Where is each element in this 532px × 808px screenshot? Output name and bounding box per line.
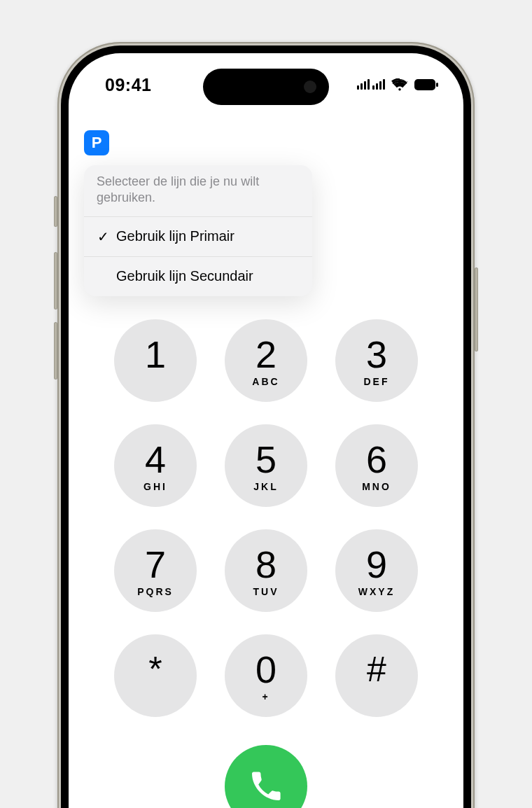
svg-rect-7 — [383, 79, 385, 90]
status-time: 09:41 — [105, 75, 151, 95]
call-button[interactable] — [225, 745, 307, 808]
line-option-primary[interactable]: ✓ Gebruik lijn Primair — [84, 217, 312, 256]
key-1[interactable]: 1 — [114, 319, 197, 402]
svg-rect-8 — [414, 79, 435, 90]
line-selector-popover: Selecteer de lijn die je nu wilt gebruik… — [84, 165, 312, 296]
key-7[interactable]: 7 PQRS — [114, 529, 197, 612]
key-digit: 8 — [255, 545, 276, 583]
dual-cellular-icon — [357, 78, 385, 91]
power-button[interactable] — [475, 267, 478, 351]
svg-rect-3 — [368, 79, 370, 90]
keypad: 1 2 ABC 3 DEF 4 GHI 5 J — [69, 319, 463, 808]
line-badge-letter: P — [92, 134, 102, 152]
key-8[interactable]: 8 TUV — [225, 529, 307, 612]
key-2[interactable]: 2 ABC — [225, 319, 307, 402]
svg-rect-5 — [376, 83, 378, 90]
svg-rect-1 — [360, 83, 363, 90]
key-digit: 1 — [145, 335, 166, 373]
key-digit: 0 — [255, 650, 276, 688]
key-0[interactable]: 0 + — [225, 634, 307, 717]
key-letters: DEF — [364, 376, 390, 386]
key-letters: PQRS — [137, 586, 174, 596]
key-letters: WXYZ — [358, 586, 395, 596]
svg-rect-2 — [364, 81, 366, 90]
key-digit: * — [148, 650, 162, 688]
key-letters: JKL — [253, 481, 278, 491]
status-right — [357, 78, 438, 91]
svg-rect-0 — [357, 85, 359, 90]
key-5[interactable]: 5 JKL — [225, 424, 307, 507]
line-option-label: Gebruik lijn Secundair — [116, 268, 253, 284]
key-digit: 7 — [145, 545, 166, 583]
line-badge[interactable]: P — [84, 130, 109, 155]
key-digit: 5 — [255, 440, 276, 478]
popover-header: Selecteer de lijn die je nu wilt gebruik… — [84, 165, 312, 217]
volume-up[interactable] — [54, 252, 57, 309]
screen: 09:41 — [69, 53, 463, 808]
key-letters: TUV — [253, 586, 279, 596]
key-9[interactable]: 9 WXYZ — [335, 529, 418, 612]
key-letters: + — [262, 691, 270, 701]
key-letters: GHI — [144, 481, 167, 491]
status-bar: 09:41 — [69, 53, 463, 116]
svg-rect-9 — [436, 83, 438, 87]
mute-switch[interactable] — [54, 196, 57, 227]
key-star[interactable]: * — [114, 634, 197, 717]
checkmark-icon: ✓ — [97, 228, 109, 245]
key-digit: 6 — [366, 440, 387, 478]
svg-rect-6 — [379, 81, 382, 90]
key-letters: ABC — [252, 376, 279, 386]
phone-frame: 09:41 — [57, 42, 475, 808]
battery-icon — [414, 79, 438, 90]
volume-down[interactable] — [54, 322, 57, 379]
svg-rect-4 — [372, 85, 374, 90]
line-option-label: Gebruik lijn Primair — [116, 228, 234, 244]
key-digit: 2 — [255, 335, 276, 373]
key-4[interactable]: 4 GHI — [114, 424, 197, 507]
wifi-icon — [391, 78, 408, 91]
key-digit: 9 — [366, 545, 387, 583]
key-hash[interactable]: # — [335, 634, 418, 717]
phone-icon — [249, 769, 283, 803]
key-letters: MNO — [362, 481, 391, 491]
key-digit: 4 — [145, 440, 166, 478]
key-digit: # — [367, 650, 386, 688]
key-6[interactable]: 6 MNO — [335, 424, 418, 507]
key-digit: 3 — [366, 335, 387, 373]
line-option-secondary[interactable]: ✓ Gebruik lijn Secundair — [84, 256, 312, 296]
key-3[interactable]: 3 DEF — [335, 319, 418, 402]
